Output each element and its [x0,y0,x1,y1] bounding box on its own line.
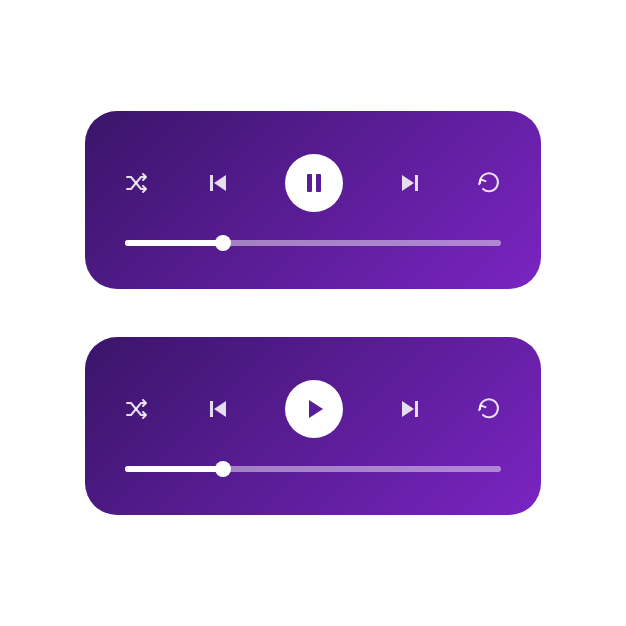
previous-icon [207,172,229,194]
shuffle-button[interactable]: Shuffle [125,399,151,419]
repeat-icon [477,397,501,421]
svg-marker-4 [402,175,414,191]
media-player-card: Shuffle Previous Play Next [85,337,541,515]
svg-rect-3 [316,174,321,192]
previous-icon [207,398,229,420]
media-player-card: Shuffle Previous Pause Next [85,111,541,289]
svg-marker-1 [214,175,226,191]
controls-row: Shuffle Previous Play Next [125,380,501,438]
pause-icon [301,170,327,196]
svg-marker-7 [214,401,226,417]
previous-button[interactable]: Previous [207,172,229,194]
progress-fill [125,466,223,472]
shuffle-button[interactable]: Shuffle [125,173,151,193]
repeat-icon [477,171,501,195]
play-icon [301,396,327,422]
svg-rect-5 [415,175,418,191]
previous-button[interactable]: Previous [207,398,229,420]
svg-rect-0 [210,175,213,191]
svg-rect-2 [307,174,312,192]
progress-thumb[interactable] [215,461,231,477]
shuffle-icon [125,173,151,193]
progress-thumb[interactable] [215,235,231,251]
next-icon [399,172,421,194]
svg-marker-8 [309,400,323,418]
svg-marker-9 [402,401,414,417]
repeat-button[interactable]: Repeat [477,171,501,195]
next-button[interactable]: Next [399,398,421,420]
progress-slider[interactable] [125,240,501,246]
shuffle-icon [125,399,151,419]
svg-rect-10 [415,401,418,417]
repeat-button[interactable]: Repeat [477,397,501,421]
svg-rect-6 [210,401,213,417]
play-button[interactable]: Play [285,380,343,438]
pause-button[interactable]: Pause [285,154,343,212]
controls-row: Shuffle Previous Pause Next [125,154,501,212]
progress-slider[interactable] [125,466,501,472]
next-icon [399,398,421,420]
next-button[interactable]: Next [399,172,421,194]
progress-fill [125,240,223,246]
